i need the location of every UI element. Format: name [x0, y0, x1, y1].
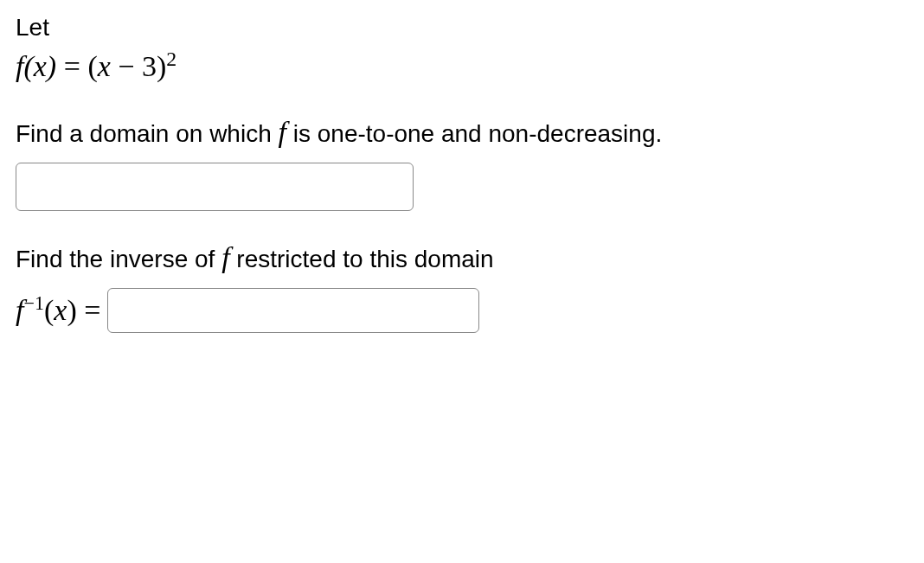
inverse-open-paren: (: [44, 294, 54, 326]
inverse-row: f−1(x) =: [16, 288, 908, 333]
question1-f: f: [279, 116, 286, 148]
domain-input[interactable]: [16, 163, 414, 211]
formula-open-paren: (: [87, 50, 97, 82]
let-text: Let: [16, 10, 908, 44]
formula-lhs: f(x): [16, 50, 56, 82]
inverse-x: x: [54, 294, 67, 326]
function-definition: f(x) = (x − 3)2: [16, 48, 908, 86]
question2-text-part1: Find the inverse of: [16, 246, 221, 272]
formula-exponent: 2: [166, 48, 176, 70]
question2-text-part2: restricted to this domain: [230, 246, 494, 272]
formula-minus-close: − 3): [111, 50, 167, 82]
inverse-close-paren: ): [67, 294, 76, 326]
inverse-input[interactable]: [107, 288, 479, 333]
question1-text-part1: Find a domain on which: [16, 120, 279, 147]
question1-prompt: Find a domain on which f is one-to-one a…: [16, 110, 908, 154]
formula-equals: =: [56, 50, 87, 82]
inverse-equals: =: [77, 294, 101, 326]
inverse-label: f−1(x) =: [16, 294, 100, 327]
question2-f: f: [221, 241, 229, 273]
question2-prompt: Find the inverse of f restricted to this…: [16, 235, 908, 279]
question1-text-part2: is one-to-one and non-decreasing.: [286, 120, 662, 147]
formula-x: x: [98, 50, 111, 82]
inverse-exponent: −1: [23, 292, 44, 314]
